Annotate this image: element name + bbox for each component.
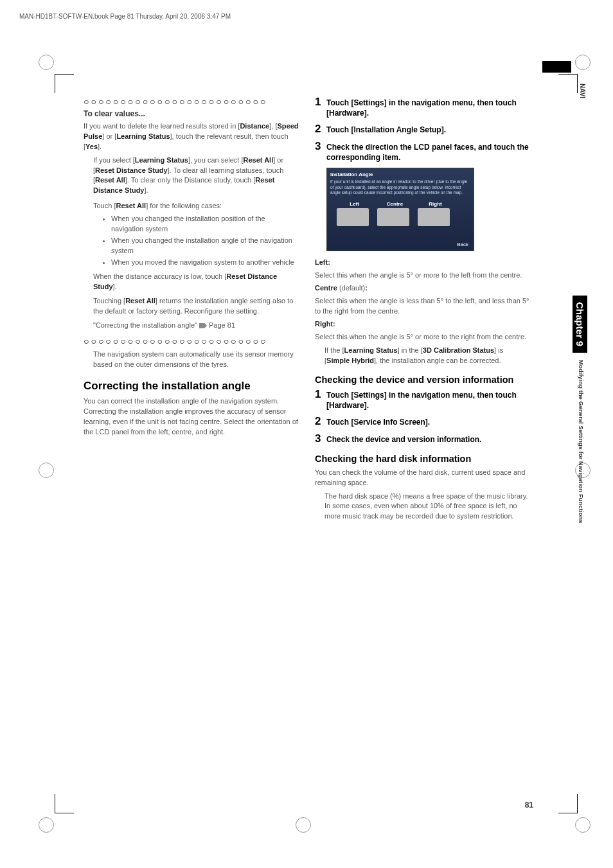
side-chapter-tab: Chapter 9 <box>573 296 587 353</box>
body-text: Select this when the angle is less than … <box>315 296 530 317</box>
registration-mark-icon <box>39 817 54 833</box>
bullet-list: When you changed the installation positi… <box>111 214 299 268</box>
reference-arrow-icon <box>199 323 207 328</box>
dotted-divider: ○○○○○○○○○○○○○○○○○○○○○○○○○ <box>84 336 299 347</box>
registration-mark-icon <box>575 817 591 833</box>
registration-mark-icon <box>296 817 311 833</box>
note-text: If the [Learning Status] in the [3D Cali… <box>324 346 530 366</box>
step-number: 2 <box>315 416 326 428</box>
body-text: Select this when the angle is 5° or more… <box>315 270 530 281</box>
crop-mark-icon <box>558 794 578 813</box>
registration-mark-icon <box>39 55 54 70</box>
body-text: If you want to delete the learned result… <box>84 121 299 152</box>
crop-mark-icon <box>558 74 578 93</box>
side-section-label: Modifying the General Settings for Navig… <box>578 360 585 523</box>
registration-mark-icon <box>39 463 54 478</box>
heading-correcting-angle: Correcting the installation angle <box>84 380 299 393</box>
crop-mark-icon <box>55 74 74 93</box>
step-row: 1 Touch [Settings] in the navigation men… <box>315 96 530 118</box>
step-number: 1 <box>315 389 326 401</box>
list-item: When you changed the installation angle … <box>111 236 299 256</box>
step-row: 3 Check the device and version informati… <box>315 433 530 445</box>
page-number: 81 <box>525 801 533 810</box>
right-column: 1 Touch [Settings] in the navigation men… <box>315 96 530 525</box>
step-number: 1 <box>315 96 326 109</box>
back-button: Back <box>457 242 468 247</box>
step-text: Check the device and version information… <box>326 433 481 445</box>
heading-device-version: Checking the device and version informat… <box>315 375 530 385</box>
dotted-divider: ○○○○○○○○○○○○○○○○○○○○○○○○○ <box>84 96 299 107</box>
note-text: Touch [Reset All] for the following case… <box>93 201 299 211</box>
step-row: 1 Touch [Settings] in the navigation men… <box>315 389 530 411</box>
option-centre: Centre <box>377 201 413 226</box>
page-content: ○○○○○○○○○○○○○○○○○○○○○○○○○ To clear value… <box>84 96 533 790</box>
option-right: Right <box>418 201 453 226</box>
option-heading: Centre (default): <box>315 283 530 294</box>
heading-hard-disk: Checking the hard disk information <box>315 454 530 464</box>
reference-link: "Correcting the installation angle" Page… <box>93 321 299 331</box>
list-item: When you changed the installation positi… <box>111 214 299 235</box>
option-heading: Left: <box>315 258 530 268</box>
step-text: Touch [Settings] in the navigation menu,… <box>326 389 530 411</box>
installation-angle-screenshot: Installation Angle If your unit is insta… <box>326 168 474 251</box>
step-text: Touch [Settings] in the navigation menu,… <box>326 96 530 118</box>
list-item: When you moved the navigation system to … <box>111 258 299 268</box>
screenshot-title: Installation Angle <box>330 172 470 177</box>
screenshot-description: If your unit is installed at an angle in… <box>330 179 470 195</box>
registration-mark-icon <box>575 55 591 70</box>
note-text: If you select [Learning Status], you can… <box>93 155 299 197</box>
left-column: ○○○○○○○○○○○○○○○○○○○○○○○○○ To clear value… <box>84 96 299 525</box>
note-text: The hard disk space (%) means a free spa… <box>324 492 530 522</box>
step-row: 2 Touch [Installation Angle Setup]. <box>315 123 530 136</box>
step-row: 2 Touch [Service Info Screen]. <box>315 416 530 428</box>
step-number: 2 <box>315 123 326 136</box>
option-left: Left <box>337 201 372 226</box>
side-navi-label: NAVI <box>579 84 586 98</box>
book-header: MAN-HD1BT-SOFTW-EN.book Page 81 Thursday… <box>19 13 231 20</box>
note-text: The navigation system can automatically … <box>93 350 299 370</box>
step-text: Check the direction the LCD panel faces,… <box>326 141 530 163</box>
step-text: Touch [Installation Angle Setup]. <box>326 123 446 135</box>
option-heading: Right: <box>315 319 530 330</box>
body-text: You can check the volume of the hard dis… <box>315 468 530 488</box>
step-row: 3 Check the direction the LCD panel face… <box>315 141 530 163</box>
body-text: You can correct the installation angle o… <box>84 396 299 438</box>
note-text: Touching [Reset All] returns the install… <box>93 296 299 317</box>
step-text: Touch [Service Info Screen]. <box>326 416 430 427</box>
body-text: Select this when the angle is 5° or more… <box>315 332 530 342</box>
crop-mark-icon <box>55 794 74 813</box>
step-number: 3 <box>315 141 326 153</box>
note-text: When the distance accuracy is low, touch… <box>93 272 299 292</box>
subheading-clear-values: To clear values... <box>84 109 299 118</box>
step-number: 3 <box>315 433 326 445</box>
tab-marker <box>542 61 571 73</box>
